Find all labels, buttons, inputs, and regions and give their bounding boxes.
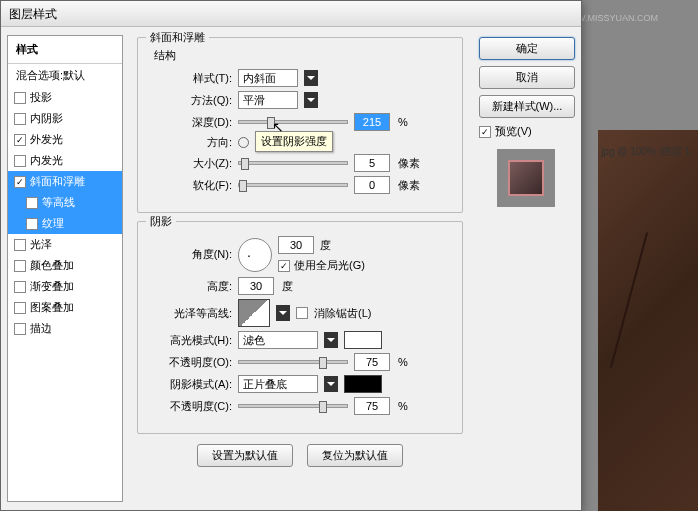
shadow-mode-label: 阴影模式(A): bbox=[150, 377, 232, 392]
highlight-opacity-slider[interactable] bbox=[238, 360, 348, 364]
reset-default-button[interactable]: 复位为默认值 bbox=[307, 444, 403, 467]
style-item-label: 光泽 bbox=[30, 237, 52, 252]
styles-list-panel: 样式 混合选项:默认 投影内阴影外发光内发光斜面和浮雕等高线纹理光泽颜色叠加渐变… bbox=[1, 27, 129, 510]
new-style-button[interactable]: 新建样式(W)... bbox=[479, 95, 575, 118]
size-unit: 像素 bbox=[398, 156, 420, 171]
highlight-opacity-input[interactable] bbox=[354, 353, 390, 371]
style-item-label: 纹理 bbox=[42, 216, 64, 231]
style-checkbox[interactable] bbox=[14, 176, 26, 188]
cursor-icon: ↖ bbox=[272, 119, 284, 135]
make-default-button[interactable]: 设置为默认值 bbox=[197, 444, 293, 467]
cancel-button[interactable]: 取消 bbox=[479, 66, 575, 89]
style-checkbox[interactable] bbox=[14, 113, 26, 125]
technique-combo[interactable]: 平滑 bbox=[238, 91, 298, 109]
preview-checkbox[interactable] bbox=[479, 126, 491, 138]
depth-unit: % bbox=[398, 116, 408, 128]
blending-options[interactable]: 混合选项:默认 bbox=[8, 64, 122, 87]
style-item-label: 渐变叠加 bbox=[30, 279, 74, 294]
style-checkbox[interactable] bbox=[26, 218, 38, 230]
shading-group-title: 阴影 bbox=[146, 214, 176, 229]
global-light-label: 使用全局光(G) bbox=[294, 258, 365, 273]
background-image bbox=[598, 130, 698, 511]
shadow-mode-combo[interactable]: 正片叠底 bbox=[238, 375, 318, 393]
styles-header[interactable]: 样式 bbox=[8, 36, 122, 64]
highlight-mode-combo[interactable]: 滤色 bbox=[238, 331, 318, 349]
preview-swatch bbox=[497, 149, 555, 207]
altitude-input[interactable] bbox=[238, 277, 274, 295]
background-doc-title: .jpg @ 100% (图层 1, bbox=[598, 145, 693, 159]
gloss-contour-picker[interactable] bbox=[238, 299, 270, 327]
layer-style-dialog: 图层样式 样式 混合选项:默认 投影内阴影外发光内发光斜面和浮雕等高线纹理光泽颜… bbox=[0, 0, 582, 511]
style-item-label: 内发光 bbox=[30, 153, 63, 168]
style-item-label: 投影 bbox=[30, 90, 52, 105]
style-item-label: 等高线 bbox=[42, 195, 75, 210]
dropdown-icon[interactable] bbox=[324, 332, 338, 348]
soften-input[interactable] bbox=[354, 176, 390, 194]
highlight-opacity-label: 不透明度(O): bbox=[150, 355, 232, 370]
highlight-color-swatch[interactable] bbox=[344, 331, 382, 349]
style-checkbox[interactable] bbox=[14, 155, 26, 167]
angle-dial[interactable] bbox=[238, 238, 272, 272]
direction-up-radio[interactable] bbox=[238, 137, 249, 148]
style-checkbox[interactable] bbox=[14, 281, 26, 293]
ok-button[interactable]: 确定 bbox=[479, 37, 575, 60]
shadow-opacity-slider[interactable] bbox=[238, 404, 348, 408]
style-item-label: 颜色叠加 bbox=[30, 258, 74, 273]
style-item[interactable]: 图案叠加 bbox=[8, 297, 122, 318]
dropdown-icon[interactable] bbox=[276, 305, 290, 321]
angle-input[interactable] bbox=[278, 236, 314, 254]
style-item[interactable]: 投影 bbox=[8, 87, 122, 108]
tooltip: 设置阴影强度 bbox=[255, 131, 333, 152]
shadow-color-swatch[interactable] bbox=[344, 375, 382, 393]
global-light-checkbox[interactable] bbox=[278, 260, 290, 272]
antialias-label: 消除锯齿(L) bbox=[314, 306, 371, 321]
style-item-label: 内阴影 bbox=[30, 111, 63, 126]
soften-label: 软化(F): bbox=[150, 178, 232, 193]
bevel-group: 斜面和浮雕 结构 样式(T): 内斜面 方法(Q): 平滑 深度(D): ↖ bbox=[137, 37, 463, 213]
style-checkbox[interactable] bbox=[14, 323, 26, 335]
depth-slider[interactable] bbox=[238, 120, 348, 124]
shadow-opacity-input[interactable] bbox=[354, 397, 390, 415]
action-panel: 确定 取消 新建样式(W)... 预览(V) bbox=[471, 27, 581, 510]
style-item[interactable]: 渐变叠加 bbox=[8, 276, 122, 297]
settings-panel: 斜面和浮雕 结构 样式(T): 内斜面 方法(Q): 平滑 深度(D): ↖ bbox=[129, 27, 471, 510]
gloss-contour-label: 光泽等高线: bbox=[150, 306, 232, 321]
dropdown-icon[interactable] bbox=[304, 92, 318, 108]
style-item[interactable]: 光泽 bbox=[8, 234, 122, 255]
antialias-checkbox[interactable] bbox=[296, 307, 308, 319]
preview-label: 预览(V) bbox=[495, 124, 532, 139]
style-combo[interactable]: 内斜面 bbox=[238, 69, 298, 87]
style-checkbox[interactable] bbox=[26, 197, 38, 209]
shadow-opacity-label: 不透明度(C): bbox=[150, 399, 232, 414]
highlight-mode-label: 高光模式(H): bbox=[150, 333, 232, 348]
style-item[interactable]: 外发光 bbox=[8, 129, 122, 150]
style-item[interactable]: 颜色叠加 bbox=[8, 255, 122, 276]
style-item[interactable]: 描边 bbox=[8, 318, 122, 339]
dropdown-icon[interactable] bbox=[324, 376, 338, 392]
depth-input[interactable] bbox=[354, 113, 390, 131]
size-label: 大小(Z): bbox=[150, 156, 232, 171]
style-item-label: 描边 bbox=[30, 321, 52, 336]
style-item[interactable]: 斜面和浮雕 bbox=[8, 171, 122, 192]
style-item[interactable]: 内发光 bbox=[8, 150, 122, 171]
style-checkbox[interactable] bbox=[14, 134, 26, 146]
style-item[interactable]: 内阴影 bbox=[8, 108, 122, 129]
angle-label: 角度(N): bbox=[150, 247, 232, 262]
style-item[interactable]: 等高线 bbox=[8, 192, 122, 213]
soften-slider[interactable] bbox=[238, 183, 348, 187]
style-checkbox[interactable] bbox=[14, 239, 26, 251]
dropdown-icon[interactable] bbox=[304, 70, 318, 86]
style-item[interactable]: 纹理 bbox=[8, 213, 122, 234]
soften-unit: 像素 bbox=[398, 178, 420, 193]
style-checkbox[interactable] bbox=[14, 302, 26, 314]
depth-label: 深度(D): bbox=[150, 115, 232, 130]
size-slider[interactable] bbox=[238, 161, 348, 165]
technique-label: 方法(Q): bbox=[150, 93, 232, 108]
style-item-label: 斜面和浮雕 bbox=[30, 174, 85, 189]
bevel-group-title: 斜面和浮雕 bbox=[146, 30, 209, 45]
shading-group: 阴影 角度(N): 度 使用全局光(G) bbox=[137, 221, 463, 434]
dialog-titlebar[interactable]: 图层样式 bbox=[1, 1, 581, 27]
style-checkbox[interactable] bbox=[14, 260, 26, 272]
style-checkbox[interactable] bbox=[14, 92, 26, 104]
size-input[interactable] bbox=[354, 154, 390, 172]
